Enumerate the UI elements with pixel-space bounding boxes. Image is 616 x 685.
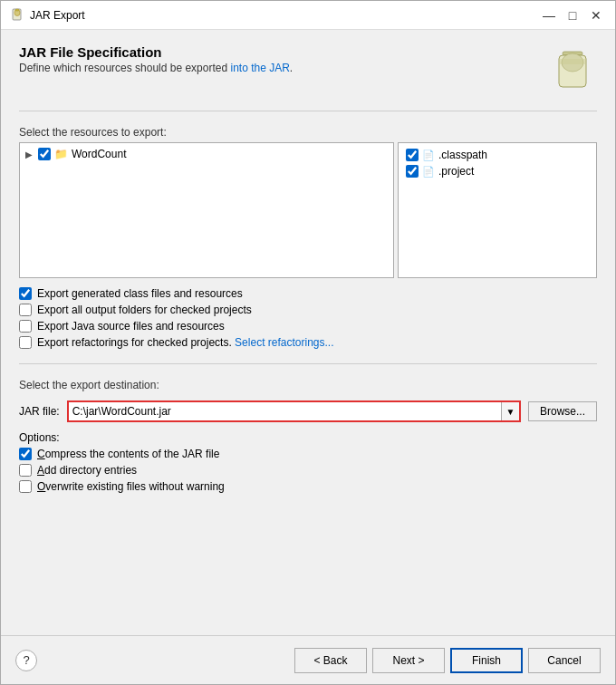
left-tree-panel[interactable]: ▶ 📁 WordCount — [19, 142, 394, 278]
export-opt3-checkbox[interactable] — [19, 320, 32, 333]
maximize-button[interactable]: □ — [563, 5, 582, 25]
export-opt4-checkbox[interactable] — [19, 336, 32, 349]
help-button[interactable]: ? — [15, 650, 37, 671]
resources-section: Select the resources to export: ▶ 📁 Word… — [19, 126, 597, 278]
project-checkbox[interactable] — [406, 165, 419, 178]
svg-rect-6 — [560, 59, 585, 64]
next-button[interactable]: Next > — [372, 648, 445, 673]
export-opt1-label: Export generated class files and resourc… — [37, 287, 243, 300]
classpath-label: .classpath — [438, 149, 487, 161]
page-header: JAR File Specification Define which reso… — [19, 44, 597, 96]
compress-opt3-checkbox[interactable] — [19, 480, 32, 493]
back-button[interactable]: < Back — [294, 648, 367, 673]
compress-opt2-checkbox[interactable] — [19, 464, 32, 477]
jar-file-dropdown-btn[interactable]: ▼ — [501, 402, 519, 420]
compress-opt3-row: Overwrite existing files without warning — [19, 480, 597, 493]
compress-opt1-checkbox[interactable] — [19, 448, 32, 460]
destination-section: Select the export destination: JAR file:… — [19, 379, 597, 422]
export-opt1-checkbox[interactable] — [19, 287, 32, 300]
jar-file-label: JAR file: — [19, 405, 60, 418]
export-opt3-row: Export Java source files and resources — [19, 320, 597, 333]
jar-file-input[interactable] — [69, 402, 501, 420]
right-tree-panel[interactable]: 📄 .classpath 📄 .project — [398, 142, 597, 278]
compress-options: Options: Compress the contents of the JA… — [19, 431, 597, 493]
classpath-icon: 📄 — [422, 150, 435, 161]
compress-opt1-row: Compress the contents of the JAR file — [19, 448, 597, 460]
project-item[interactable]: 📄 .project — [402, 163, 592, 179]
export-opt1-row: Export generated class files and resourc… — [19, 287, 597, 300]
export-opt2-label: Export all output folders for checked pr… — [37, 304, 252, 316]
expand-arrow: ▶ — [25, 150, 34, 159]
export-opt2-checkbox[interactable] — [19, 304, 32, 316]
title-bar: JAR Export — □ ✕ — [1, 1, 615, 30]
header-separator — [19, 111, 597, 111]
title-bar-controls: — □ ✕ — [539, 5, 606, 25]
page-title: JAR File Specification — [19, 44, 293, 60]
select-refactorings-link[interactable]: Select refactorings... — [235, 336, 333, 349]
project-file-icon: 📄 — [422, 166, 435, 178]
classpath-checkbox[interactable] — [406, 149, 419, 161]
options-label: Options: — [19, 431, 597, 444]
close-button[interactable]: ✕ — [586, 5, 606, 25]
project-label: .project — [438, 165, 474, 178]
minimize-button[interactable]: — — [539, 5, 559, 25]
classpath-item[interactable]: 📄 .classpath — [402, 147, 592, 163]
tree-item-wordcount[interactable]: ▶ 📁 WordCount — [24, 147, 390, 161]
compress-opt2-label: Add directory entries — [37, 464, 137, 477]
into-jar-link[interactable]: into the JAR — [230, 62, 289, 74]
jar-file-input-wrap: ▼ — [67, 400, 521, 422]
jar-file-row: JAR file: ▼ Browse... — [19, 400, 597, 422]
export-options: Export generated class files and resourc… — [19, 287, 597, 349]
export-opt2-row: Export all output folders for checked pr… — [19, 304, 597, 316]
header-text: JAR File Specification Define which reso… — [19, 44, 293, 74]
svg-rect-2 — [15, 9, 19, 11]
project-icon: 📁 — [54, 148, 68, 160]
jar-export-window: JAR Export — □ ✕ JAR File Specification … — [0, 0, 616, 685]
footer-buttons: < Back Next > Finish Cancel — [294, 648, 601, 673]
jar-image — [548, 44, 597, 96]
wordcount-label: WordCount — [72, 148, 126, 160]
mid-separator — [19, 363, 597, 364]
page-subtitle: Define which resources should be exporte… — [19, 62, 293, 74]
window-title: JAR Export — [30, 9, 539, 22]
export-opt4-label: Export refactorings for checked projects… — [37, 336, 334, 349]
export-opt4-row: Export refactorings for checked projects… — [19, 336, 597, 349]
dialog-content: JAR File Specification Define which reso… — [1, 30, 615, 635]
browse-button[interactable]: Browse... — [528, 401, 597, 421]
tree-panels: ▶ 📁 WordCount 📄 .classpath � — [19, 142, 597, 278]
resources-label: Select the resources to export: — [19, 126, 597, 139]
compress-opt3-label: Overwrite existing files without warning — [37, 480, 225, 493]
finish-button[interactable]: Finish — [450, 648, 523, 673]
cancel-button[interactable]: Cancel — [528, 648, 601, 673]
wordcount-checkbox[interactable] — [38, 148, 51, 160]
destination-label: Select the export destination: — [19, 379, 597, 391]
compress-opt2-row: Add directory entries — [19, 464, 597, 477]
export-opt3-label: Export Java source files and resources — [37, 320, 225, 333]
compress-opt1-label: Compress the contents of the JAR file — [37, 448, 219, 460]
window-icon — [10, 8, 24, 23]
dialog-footer: ? < Back Next > Finish Cancel — [1, 635, 615, 684]
